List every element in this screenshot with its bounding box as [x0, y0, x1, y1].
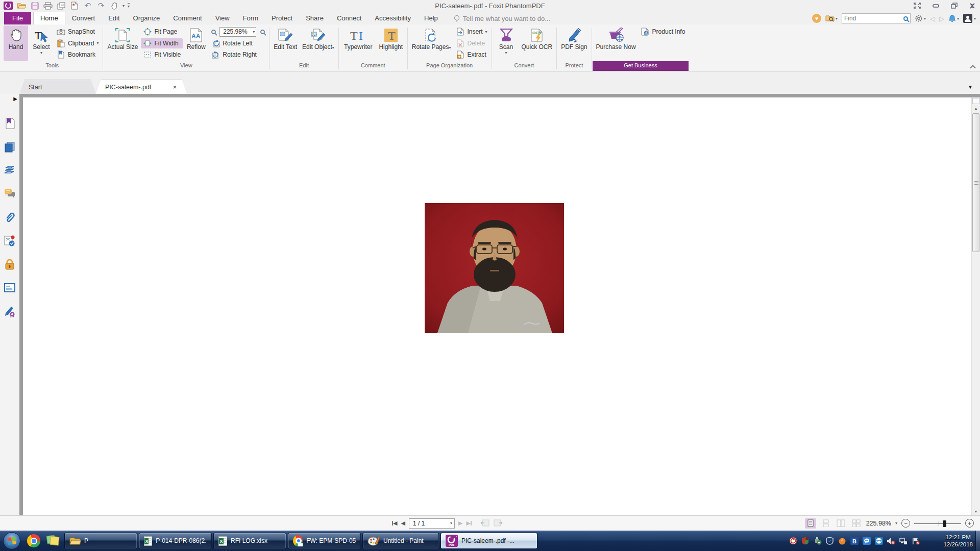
- tray-network-icon[interactable]: [899, 537, 908, 545]
- favorites-heart-icon[interactable]: ♥: [812, 14, 821, 23]
- hand-button[interactable]: Hand: [4, 26, 28, 61]
- tell-me-box[interactable]: Tell me what you want to do...: [454, 15, 550, 24]
- zoom-slider[interactable]: [914, 519, 961, 528]
- quick-ocr-button[interactable]: OCR Quick OCR: [520, 26, 555, 61]
- fit-width-button[interactable]: Fit Width: [141, 38, 183, 48]
- tray-messenger-icon[interactable]: [862, 537, 871, 545]
- insert-button[interactable]: Insert ▾: [454, 27, 489, 37]
- attachments-panel-icon[interactable]: [3, 211, 16, 223]
- taskbar-button-excel-dpr[interactable]: P-014-DPR-086(2...: [139, 533, 212, 549]
- zoom-out-button[interactable]: −: [901, 519, 910, 528]
- fullscreen-icon[interactable]: [912, 1, 923, 10]
- reflow-button[interactable]: AA Reflow: [184, 26, 208, 61]
- bookmarks-panel-icon[interactable]: [3, 117, 16, 130]
- create-pdf-button[interactable]: *: [69, 1, 80, 10]
- edit-text-button[interactable]: Edit Text: [272, 26, 299, 61]
- rotate-right-button[interactable]: Rotate Right: [209, 49, 267, 60]
- tray-volume-muted-icon[interactable]: [887, 537, 895, 545]
- hand-tool-dropdown-caret[interactable]: ▾: [122, 4, 125, 8]
- zoom-level-combobox[interactable]: 225.98% ▾: [219, 27, 256, 37]
- rotate-pages-button[interactable]: Rotate Pages▾: [410, 26, 453, 61]
- copy-page-button[interactable]: [56, 1, 66, 10]
- taskbar-button-foxit-active[interactable]: PDF PIC-saleem-.pdf -...: [440, 533, 537, 549]
- taskbar-button-chrome-mail[interactable]: FW: EPM-SPD-05-...: [288, 533, 361, 549]
- zoom-out-icon[interactable]: [211, 30, 216, 34]
- start-button[interactable]: [3, 532, 20, 549]
- clipboard-button[interactable]: Clipboard ▾: [55, 38, 101, 48]
- product-info-button[interactable]: Product Info: [639, 27, 688, 37]
- purchase-now-button[interactable]: Purchase Now: [594, 26, 638, 61]
- digital-signatures-panel-icon[interactable]: [3, 235, 16, 247]
- snapshot-button[interactable]: SnapShot: [55, 27, 101, 37]
- tab-list-dropdown-icon[interactable]: ▼: [968, 84, 973, 90]
- tray-security-shield-icon[interactable]: [825, 537, 834, 545]
- menu-tab-comment[interactable]: Comment: [166, 12, 208, 24]
- menu-tab-home[interactable]: Home: [33, 12, 65, 24]
- menu-tab-view[interactable]: View: [209, 12, 236, 24]
- user-avatar[interactable]: ▾: [963, 14, 976, 23]
- tab-document[interactable]: PIC-saleem-.pdf ×: [96, 80, 187, 94]
- find-input[interactable]: [844, 15, 903, 22]
- redo-button[interactable]: ↷: [96, 1, 106, 10]
- restore-button[interactable]: [948, 1, 960, 10]
- undo-button[interactable]: ↶: [83, 1, 93, 10]
- extract-button[interactable]: Extract: [454, 49, 489, 60]
- menu-tab-accessibility[interactable]: Accessibility: [368, 12, 418, 24]
- menu-tab-file[interactable]: File: [4, 12, 31, 24]
- pdf-sign-button[interactable]: PDF Sign: [559, 26, 589, 61]
- menu-tab-connect[interactable]: Connect: [330, 12, 368, 24]
- tray-power-icon[interactable]: [789, 537, 797, 545]
- vertical-scrollbar[interactable]: ▲ ▼: [971, 97, 980, 515]
- collapse-ribbon-button[interactable]: [971, 64, 975, 68]
- customize-qat-button[interactable]: ▾: [128, 3, 130, 9]
- first-page-button[interactable]: ◀: [392, 520, 397, 527]
- forward-arrow-icon[interactable]: ▷: [939, 15, 944, 22]
- bookmark-button[interactable]: Bookmark: [55, 49, 101, 60]
- tray-action-center-flag-icon[interactable]: [911, 537, 920, 545]
- tab-close-icon[interactable]: ×: [172, 83, 178, 91]
- fit-page-button[interactable]: Fit Page: [141, 27, 183, 37]
- close-button[interactable]: [967, 1, 978, 10]
- notifications-bell-icon[interactable]: ▾: [948, 14, 959, 22]
- comments-panel-icon[interactable]: [3, 188, 16, 200]
- zoom-in-icon[interactable]: [260, 30, 265, 34]
- single-page-view-button[interactable]: [805, 518, 816, 529]
- taskbar-button-excel-rfi[interactable]: RFI LOG.xlsx: [213, 533, 286, 549]
- highlight-button[interactable]: T Highlight: [377, 26, 405, 61]
- tray-antivirus-shield-icon[interactable]: [801, 537, 810, 545]
- save-button[interactable]: [30, 1, 40, 10]
- typewriter-button[interactable]: TI Typewriter: [341, 26, 376, 61]
- page-number-combobox[interactable]: 1 / 1 ▾: [409, 518, 455, 529]
- sticky-notes-taskbar-icon[interactable]: [45, 533, 61, 549]
- scroll-up-icon[interactable]: ▲: [972, 105, 980, 112]
- zoom-slider-handle[interactable]: [943, 520, 946, 527]
- actual-size-button[interactable]: Actual Size: [105, 26, 140, 61]
- menu-tab-help[interactable]: Help: [418, 12, 445, 24]
- previous-page-button[interactable]: ◀: [401, 520, 405, 527]
- menu-tab-share[interactable]: Share: [299, 12, 330, 24]
- show-desktop-button[interactable]: [975, 531, 980, 551]
- status-zoom-value[interactable]: 225.98%: [866, 520, 891, 527]
- form-fields-panel-icon[interactable]: [3, 282, 16, 294]
- scan-button[interactable]: Scan ▾: [494, 26, 519, 61]
- status-zoom-caret[interactable]: ▾: [895, 521, 897, 525]
- settings-gear-icon[interactable]: ▾: [915, 14, 926, 22]
- taskbar-clock[interactable]: 12:21 PM 12/26/2018: [943, 534, 973, 548]
- menu-tab-convert[interactable]: Convert: [65, 12, 102, 24]
- layers-panel-icon[interactable]: [3, 164, 16, 177]
- scrollbar-split-box[interactable]: [972, 98, 979, 104]
- edit-object-button[interactable]: Edit Object▾: [300, 26, 336, 61]
- rotate-left-button[interactable]: Rotate Left: [209, 38, 267, 48]
- tray-avast-icon[interactable]: [838, 537, 846, 545]
- menu-tab-organize[interactable]: Organize: [127, 12, 167, 24]
- security-panel-icon[interactable]: [3, 258, 16, 270]
- pdf-page[interactable]: [23, 97, 971, 515]
- menu-tab-edit[interactable]: Edit: [102, 12, 126, 24]
- zoom-in-button[interactable]: +: [965, 519, 974, 528]
- find-search-icon[interactable]: [903, 16, 908, 21]
- taskbar-button-paint[interactable]: Untitled - Paint: [362, 533, 439, 549]
- tab-start[interactable]: Start: [19, 80, 96, 94]
- open-file-button[interactable]: [16, 1, 27, 10]
- print-button[interactable]: [43, 1, 53, 10]
- scroll-down-icon[interactable]: ▼: [972, 508, 980, 515]
